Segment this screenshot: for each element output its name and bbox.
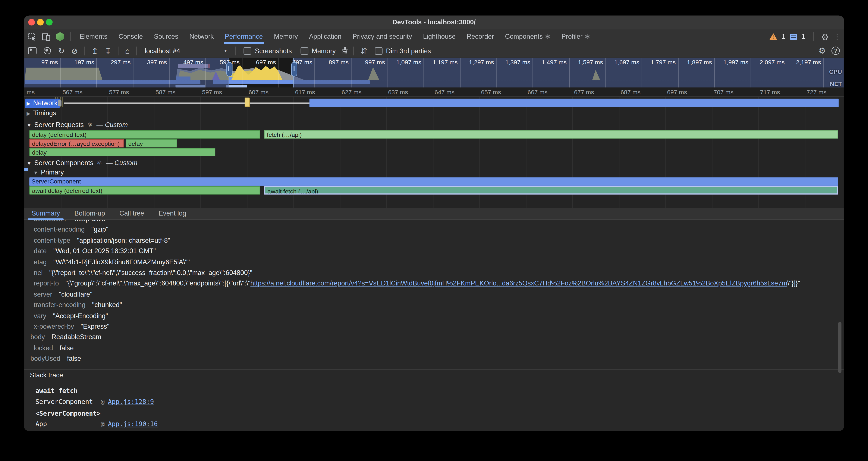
tab-sources[interactable]: Sources — [149, 29, 184, 44]
property-key: connection — [34, 220, 66, 225]
event-bar-delay[interactable]: delay — [126, 139, 177, 147]
download-profile-icon[interactable]: ↧ — [105, 47, 111, 55]
event-bar-yellow[interactable] — [245, 97, 250, 107]
timeline-overview[interactable]: 97 ms197 ms297 ms397 ms497 ms597 ms697 m… — [24, 58, 844, 87]
history-select[interactable]: localhost #4 ▼ — [145, 47, 228, 55]
tab-network[interactable]: Network — [184, 29, 219, 44]
divider — [118, 46, 119, 55]
details-tab-strip: SummaryBottom-upCall treeEvent log — [24, 208, 844, 220]
tab-recorder[interactable]: Recorder — [461, 29, 500, 44]
overview-gridline — [605, 58, 606, 87]
divider — [136, 46, 137, 55]
event-bar-ServerComponent[interactable]: ServerComponent — [29, 177, 838, 185]
scrollbar-thumb[interactable] — [838, 322, 841, 373]
tab-memory[interactable]: Memory — [269, 29, 304, 44]
event-bar-delay[interactable]: delay — [29, 148, 215, 156]
source-location-link[interactable]: App.js:190:16 — [108, 420, 158, 428]
overview-tick-label: 2,097 ms — [760, 59, 785, 65]
timings-track-label[interactable]: ▶Timings — [27, 109, 56, 117]
property-key: vary — [34, 311, 46, 321]
property-value: "{\"group\":\"cf-nel\",\"max_age\":60480… — [66, 279, 800, 289]
window-title: DevTools - localhost:3000/ — [24, 16, 844, 29]
event-bar-delayedError (…ayed exception)[interactable]: delayedError (…ayed exception) — [29, 139, 124, 147]
property-value: false — [67, 354, 81, 364]
overview-tick-label: 397 ms — [147, 59, 167, 65]
stack-frame: await fetch — [35, 386, 78, 396]
record-button[interactable] — [44, 47, 51, 54]
checkbox-screenshots[interactable]: Screenshots — [244, 47, 292, 55]
property-value: "Accept-Encoding" — [53, 311, 108, 321]
network-track-label[interactable]: ▶Network — [25, 98, 60, 108]
tab-console[interactable]: Console — [113, 29, 149, 44]
clear-icon[interactable]: ⊘ — [71, 47, 78, 55]
network-track-grip[interactable] — [58, 100, 62, 106]
capture-settings-gear-icon[interactable]: ⚙ — [818, 47, 826, 55]
kebab-menu-icon[interactable]: ⋮ — [833, 32, 841, 41]
collapse-tracks-icon[interactable]: ⇵ — [361, 47, 367, 55]
warning-icon[interactable]: ! — [770, 33, 777, 40]
toggle-sidebar-icon[interactable] — [28, 47, 36, 54]
tab-lighthouse[interactable]: Lighthouse — [417, 29, 461, 44]
property-value: "cloudflare" — [59, 289, 92, 299]
property-value: "{\"report_to\":\"cf-nel\",\"success_fra… — [49, 268, 252, 278]
device-toolbar-icon[interactable] — [42, 32, 51, 41]
details-tab-summary[interactable]: Summary — [24, 208, 67, 220]
show-ignore-listed-frames-link[interactable]: Show ignore-listed frames — [35, 430, 131, 431]
node-icon[interactable] — [56, 32, 64, 41]
issues-icon[interactable] — [790, 34, 797, 40]
overview-gridline — [532, 58, 533, 87]
checkbox-box[interactable] — [301, 47, 308, 55]
live-metrics-home-icon[interactable]: ⌂ — [125, 47, 130, 55]
event-bar-await delay (deferred text)[interactable]: await delay (deferred text) — [29, 186, 260, 195]
overview-tick-label: 1,297 ms — [469, 59, 494, 65]
stack-frame: ServerComponent@App.js:128:9 — [35, 397, 154, 407]
property-row-vary: vary"Accept-Encoding" — [34, 311, 108, 321]
tab-application[interactable]: Application — [304, 29, 347, 44]
report-to-url-link[interactable]: https://a.nel.cloudflare.com/report/v4?s… — [250, 280, 787, 287]
property-value: "Express" — [81, 321, 110, 332]
source-location-link[interactable]: App.js:128:9 — [108, 398, 154, 406]
ruler-tick-label: ms — [27, 89, 35, 95]
net-label: NET — [830, 80, 842, 87]
server-requests-track-header[interactable]: ▼Server Requests⚛— Custom — [27, 121, 128, 128]
checkbox-box[interactable] — [244, 47, 251, 55]
checkbox-box[interactable] — [375, 47, 382, 55]
overview-tick-label: 1,097 ms — [396, 59, 421, 65]
reload-and-record-icon[interactable]: ↻ — [58, 47, 64, 55]
details-tab-bottom-up[interactable]: Bottom-up — [67, 208, 112, 220]
server-components-track-header[interactable]: ▼Server Components⚛— Custom — [27, 159, 137, 167]
checkbox-dim-3rd-parties[interactable]: Dim 3rd parties — [375, 47, 431, 55]
tab-privacy-and-security[interactable]: Privacy and security — [347, 29, 417, 44]
tab-profiler[interactable]: Profiler⚛ — [556, 29, 596, 44]
details-tab-call-tree[interactable]: Call tree — [112, 208, 151, 220]
divider — [24, 369, 844, 370]
overview-tick-label: 1,897 ms — [687, 59, 712, 65]
upload-profile-icon[interactable]: ↥ — [92, 47, 98, 55]
details-tab-event-log[interactable]: Event log — [151, 208, 193, 220]
overview-window-handle[interactable] — [293, 58, 294, 87]
ruler-tick-label: 647 ms — [435, 89, 455, 95]
tab-components[interactable]: Components⚛ — [500, 29, 556, 44]
event-bar-blue[interactable] — [310, 98, 839, 107]
event-bar-await fetch (…/api)[interactable]: await fetch (…/api) — [264, 186, 839, 195]
checkbox-memory[interactable]: Memory — [301, 47, 336, 55]
event-bar-delay (deferred text)[interactable]: delay (deferred text) — [29, 130, 260, 139]
overview-gridline — [387, 58, 388, 87]
overview-gridline — [206, 58, 206, 87]
primary-group-label[interactable]: ▼Primary — [33, 169, 64, 176]
help-icon[interactable]: ? — [832, 47, 840, 55]
garbage-collect-icon[interactable] — [341, 46, 349, 55]
inspect-element-icon[interactable] — [28, 32, 36, 41]
handle-grip[interactable] — [226, 62, 232, 76]
divider — [353, 46, 354, 55]
overview-gridline — [60, 58, 61, 87]
settings-gear-icon[interactable]: ⚙ — [821, 32, 829, 41]
overview-tick-label: 497 ms — [183, 59, 203, 65]
tab-performance[interactable]: Performance — [219, 29, 269, 44]
overview-gridline — [460, 58, 461, 87]
handle-grip[interactable] — [291, 62, 297, 76]
tab-elements[interactable]: Elements — [74, 29, 113, 44]
property-row-transfer-encoding: transfer-encoding"chunked" — [34, 300, 122, 311]
overview-window-handle[interactable] — [229, 58, 229, 87]
event-bar-fetch (…/api)[interactable]: fetch (…/api) — [264, 130, 839, 139]
